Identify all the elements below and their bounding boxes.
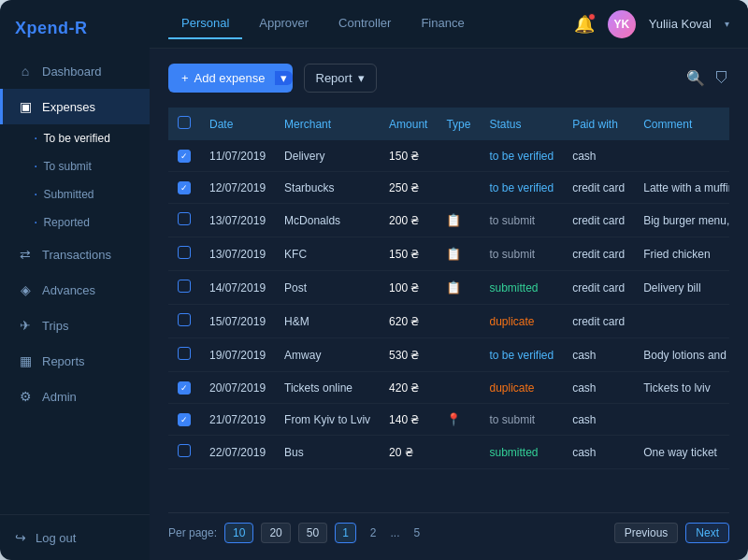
- cell-merchant: McDonalds: [275, 204, 380, 237]
- per-page-20[interactable]: 20: [261, 523, 290, 543]
- cell-date: 15/07/2019: [200, 305, 275, 338]
- advances-icon: ◈: [18, 282, 33, 297]
- submenu-to-submit[interactable]: To submit: [34, 152, 150, 180]
- tab-controller[interactable]: Controller: [325, 8, 404, 39]
- submenu-reported[interactable]: Reported: [34, 208, 150, 237]
- report-chevron-icon: ▾: [358, 71, 365, 85]
- cell-paid-with: cash: [563, 372, 634, 404]
- cell-paid-with: cash: [563, 140, 634, 172]
- cell-type: [437, 338, 480, 372]
- pagination-right: Previous Next: [614, 523, 729, 543]
- cell-comment: Big burger menu, cola light: [634, 204, 729, 237]
- cell-type: [437, 372, 480, 404]
- table-row: 19/07/2019Amway530 ₴to be verifiedcashBo…: [168, 338, 729, 372]
- chevron-down-icon[interactable]: ▾: [725, 19, 729, 29]
- row-checkbox[interactable]: [178, 413, 191, 426]
- cell-amount: 530 ₴: [380, 338, 437, 372]
- table-header-row: Date Merchant Amount Type Status Paid wi…: [168, 108, 729, 140]
- select-all-checkbox[interactable]: [178, 116, 191, 129]
- nav-tabs: Personal Approver Controller Finance: [168, 8, 574, 39]
- cell-status: duplicate: [480, 305, 563, 338]
- location-icon: 📍: [446, 412, 461, 426]
- row-checkbox[interactable]: [178, 181, 191, 194]
- next-page-button[interactable]: Next: [685, 523, 729, 543]
- cell-date: 13/07/2019: [200, 204, 275, 237]
- table-row: 21/07/2019From Kyiv to Lviv140 ₴📍to subm…: [168, 404, 729, 436]
- notification-dot: [588, 13, 596, 21]
- sidebar-item-trips[interactable]: ✈ Trips: [0, 308, 150, 343]
- page-2[interactable]: 2: [364, 524, 383, 542]
- toolbar: + Add expense ▾ Report ▾ 🔍 ⛉: [168, 64, 729, 93]
- sidebar-item-advances[interactable]: ◈ Advances: [0, 272, 150, 308]
- cell-status: to be verified: [480, 338, 563, 372]
- document-icon: 📋: [446, 280, 461, 294]
- table-row: 12/07/2019Starbucks250 ₴to be verifiedcr…: [168, 172, 729, 204]
- row-checkbox[interactable]: [178, 212, 191, 225]
- cell-comment: Tickets to lviv: [634, 372, 729, 404]
- cell-status: to submit: [480, 404, 563, 436]
- logout-label: Log out: [36, 531, 76, 545]
- add-expense-button[interactable]: + Add expense ▾: [168, 64, 293, 93]
- cell-merchant: From Kyiv to Lviv: [275, 404, 380, 436]
- per-page-10[interactable]: 10: [224, 523, 253, 543]
- cell-paid-with: cash: [563, 404, 634, 436]
- row-checkbox[interactable]: [178, 280, 191, 293]
- sidebar-item-label: Transactions: [42, 248, 111, 262]
- cell-comment: Latte with a muffin: [634, 172, 729, 204]
- add-expense-dropdown-arrow[interactable]: ▾: [275, 71, 293, 85]
- cell-date: 19/07/2019: [200, 338, 275, 372]
- filter-button[interactable]: ⛉: [714, 70, 729, 87]
- per-page-50[interactable]: 50: [298, 523, 327, 543]
- row-checkbox[interactable]: [178, 246, 191, 259]
- sidebar-item-expenses[interactable]: ▣ Expenses: [0, 89, 150, 124]
- cell-amount: 150 ₴: [380, 140, 437, 172]
- cell-amount: 20 ₴: [380, 436, 437, 469]
- submenu-submitted[interactable]: Submitted: [34, 180, 150, 208]
- tab-approver[interactable]: Approver: [246, 8, 322, 39]
- sidebar-item-dashboard[interactable]: ⌂ Dashboard: [0, 53, 150, 89]
- cell-merchant: Delivery: [275, 140, 380, 172]
- cell-amount: 620 ₴: [380, 305, 437, 338]
- notification-bell[interactable]: 🔔: [574, 14, 595, 35]
- top-navigation: Personal Approver Controller Finance 🔔 Y…: [150, 0, 748, 49]
- page-1[interactable]: 1: [335, 523, 356, 543]
- cell-date: 22/07/2019: [200, 436, 275, 469]
- row-checkbox[interactable]: [178, 381, 191, 395]
- previous-page-button[interactable]: Previous: [614, 523, 679, 543]
- row-checkbox[interactable]: [178, 150, 191, 163]
- row-checkbox[interactable]: [178, 444, 191, 457]
- cell-amount: 420 ₴: [380, 372, 437, 404]
- cell-paid-with: credit card: [563, 204, 634, 237]
- report-button[interactable]: Report ▾: [304, 64, 377, 93]
- cell-comment: [634, 140, 729, 172]
- cell-paid-with: cash: [563, 436, 634, 469]
- avatar: YK: [608, 10, 636, 38]
- cell-date: 11/07/2019: [200, 140, 275, 172]
- sidebar-item-label: Trips: [42, 319, 68, 333]
- home-icon: ⌂: [18, 64, 33, 79]
- sidebar-item-transactions[interactable]: ⇄ Transactions: [0, 237, 150, 272]
- logout-button[interactable]: ↪ Log out: [0, 514, 150, 560]
- sidebar-item-admin[interactable]: ⚙ Admin: [0, 379, 150, 414]
- table-row: 20/07/2019Tickets online420 ₴duplicateca…: [168, 372, 729, 404]
- sidebar-item-reports[interactable]: ▦ Reports: [0, 343, 150, 379]
- col-type: Type: [437, 108, 480, 140]
- tab-finance[interactable]: Finance: [408, 8, 477, 39]
- table-row: 14/07/2019Post100 ₴📋submittedcredit card…: [168, 271, 729, 305]
- col-amount: Amount: [380, 108, 437, 140]
- page-5[interactable]: 5: [408, 524, 427, 542]
- col-paid-with: Paid with: [563, 108, 634, 140]
- cell-status: submitted: [480, 271, 563, 305]
- row-checkbox[interactable]: [178, 347, 191, 360]
- sidebar-nav: ⌂ Dashboard ▣ Expenses To be verified To…: [0, 53, 150, 514]
- file-icon: ▣: [18, 99, 33, 114]
- submenu-to-be-verified[interactable]: To be verified: [34, 124, 150, 152]
- cell-type: [437, 305, 480, 338]
- tab-personal[interactable]: Personal: [168, 8, 242, 39]
- search-button[interactable]: 🔍: [686, 69, 705, 87]
- cell-paid-with: credit card: [563, 172, 634, 204]
- document-icon: 📋: [446, 213, 461, 227]
- row-checkbox[interactable]: [178, 313, 191, 326]
- cell-status: to submit: [480, 237, 563, 271]
- cell-merchant: Tickets online: [275, 372, 380, 404]
